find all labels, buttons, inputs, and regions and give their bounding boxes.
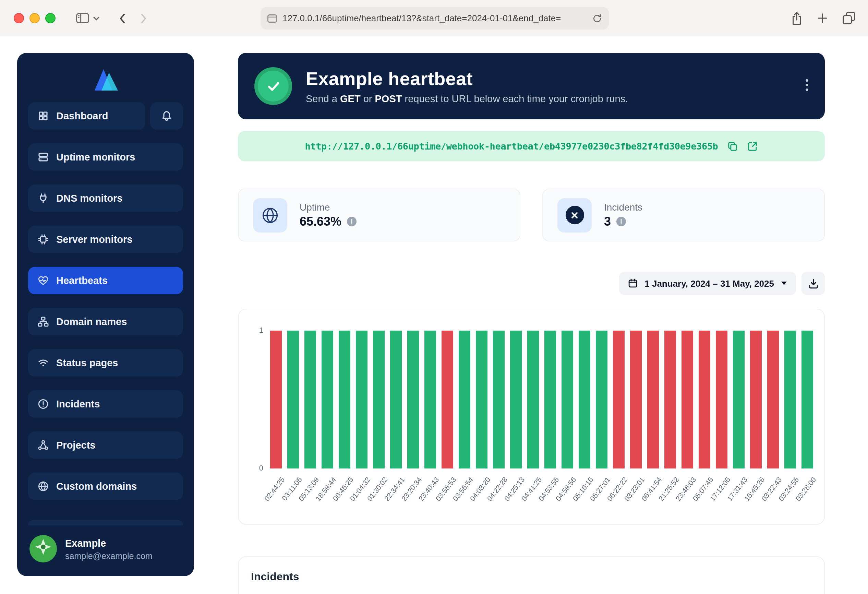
chart-bar[interactable]	[802, 331, 813, 468]
reload-icon[interactable]	[592, 13, 602, 23]
new-tab-icon[interactable]	[817, 13, 828, 23]
y-axis-tick: 0	[239, 464, 263, 472]
download-button[interactable]	[802, 272, 825, 295]
chart-bar[interactable]	[390, 331, 402, 468]
minimize-button[interactable]	[30, 13, 40, 23]
sidebar-item-domain-names[interactable]: Domain names	[28, 308, 183, 335]
download-icon	[808, 278, 818, 288]
chart-bar[interactable]	[459, 331, 470, 468]
app-logo[interactable]	[28, 62, 183, 95]
sidebar-item-status-pages[interactable]: Status pages	[28, 349, 183, 377]
chart-bar[interactable]	[561, 331, 573, 468]
chart-bar[interactable]	[613, 331, 624, 468]
chart-bar[interactable]	[510, 331, 522, 468]
chart-bar[interactable]	[373, 331, 385, 468]
chart-bar[interactable]	[356, 331, 368, 468]
globe-stat-icon	[253, 198, 287, 232]
chart-bar-column: 04:25:13	[510, 331, 522, 468]
back-button[interactable]	[119, 13, 125, 24]
kebab-menu-icon[interactable]	[803, 76, 811, 94]
chart-bar[interactable]	[407, 331, 419, 468]
sidebar-item-projects[interactable]: Projects	[28, 431, 183, 459]
url-text: 127.0.0.1/66uptime/heartbeat/13?&start_d…	[282, 13, 592, 23]
tab-overview-icon[interactable]	[843, 12, 856, 25]
sidebar-item-incidents[interactable]: Incidents	[28, 390, 183, 418]
chart-bar[interactable]	[493, 331, 505, 468]
external-link-icon[interactable]	[748, 141, 758, 151]
sidebar-item-dashboard[interactable]: Dashboard	[28, 102, 145, 130]
sidebar-item-uptime-monitors[interactable]: Uptime monitors	[28, 143, 183, 171]
chart-bar-column: 03:23:01	[630, 331, 642, 468]
sidebar-item-label: Dashboard	[56, 111, 108, 121]
date-range-picker[interactable]: 1 January, 2024 – 31 May, 2025	[619, 272, 796, 295]
info-icon[interactable]	[347, 217, 357, 226]
chart-bar-column: 04:59:56	[561, 331, 573, 468]
sidebar-toggle-icon[interactable]	[76, 13, 89, 23]
chart-bar[interactable]	[424, 331, 436, 468]
sidebar-item-label: Incidents	[56, 399, 100, 409]
chart-bar-column: 01:04:32	[356, 331, 368, 468]
chart-bar-column: 05:13:09	[304, 331, 316, 468]
chart-bar-column: 03:55:53	[441, 331, 453, 468]
chart-bar[interactable]	[339, 331, 350, 468]
profile-email: sample@example.com	[65, 551, 152, 561]
chart-bar[interactable]	[682, 331, 693, 468]
chart-bar-column: 15:45:26	[750, 331, 762, 468]
page-subtitle: Send a GET or POST request to URL below …	[306, 93, 628, 104]
chart-bar-column: 23:40:43	[424, 331, 436, 468]
date-controls: 1 January, 2024 – 31 May, 2025	[238, 272, 825, 295]
chart-bar-column: 22:34:41	[390, 331, 402, 468]
notifications-button[interactable]	[150, 102, 183, 130]
chart-bar-column: 06:41:54	[647, 331, 659, 468]
chart-bar[interactable]	[304, 331, 316, 468]
sidebar-item-partial[interactable]	[28, 520, 183, 525]
incidents-section-title: Incidents	[251, 571, 812, 583]
sidebar-item-label: Projects	[56, 440, 95, 451]
chart-bar[interactable]	[527, 331, 539, 468]
chart-bar[interactable]	[545, 331, 556, 468]
chart-bar[interactable]	[750, 331, 762, 468]
sidebar-item-server-monitors[interactable]: Server monitors	[28, 226, 183, 253]
chart-bar[interactable]	[287, 331, 299, 468]
bell-icon	[161, 111, 172, 121]
forward-button[interactable]	[140, 13, 148, 24]
copy-icon[interactable]	[728, 141, 738, 151]
uptime-stat-card: Uptime 65.63%	[238, 189, 520, 241]
close-button[interactable]	[14, 13, 24, 23]
chart-bar[interactable]	[579, 331, 590, 468]
traffic-lights	[14, 13, 56, 23]
chart-bar-column: 01:30:02	[373, 331, 385, 468]
chart-bar[interactable]	[596, 331, 607, 468]
sidebar-item-dns-monitors[interactable]: DNS monitors	[28, 185, 183, 212]
chart-bar[interactable]	[647, 331, 659, 468]
share-icon[interactable]	[791, 11, 802, 25]
chart-bar[interactable]	[630, 331, 642, 468]
webhook-url[interactable]: http://127.0.0.1/66uptime/webhook-heartb…	[305, 140, 718, 152]
chart-bar-column: 23:46:03	[682, 331, 693, 468]
chart-bar[interactable]	[270, 331, 282, 468]
chart-bar[interactable]	[322, 331, 333, 468]
chart-bar[interactable]	[767, 331, 779, 468]
chart-bar[interactable]	[441, 331, 453, 468]
zoom-button[interactable]	[45, 13, 56, 23]
uptime-value: 65.63%	[300, 214, 341, 229]
chart-bar-column: 23:20:34	[407, 331, 419, 468]
chart-bar[interactable]	[476, 331, 487, 468]
address-bar[interactable]: 127.0.0.1/66uptime/heartbeat/13?&start_d…	[261, 7, 609, 30]
chart-bar-column: 17:12:06	[716, 331, 728, 468]
chart-bar[interactable]	[716, 331, 728, 468]
info-icon[interactable]	[616, 217, 626, 226]
grid-icon	[38, 111, 49, 121]
status-up-icon	[254, 67, 292, 105]
sidebar-item-custom-domains[interactable]: Custom domains	[28, 473, 183, 500]
avatar	[30, 535, 57, 563]
chevron-down-icon[interactable]	[93, 16, 99, 20]
sidebar-item-heartbeats[interactable]: Heartbeats	[28, 267, 183, 294]
calendar-icon	[628, 278, 638, 288]
chart-bar[interactable]	[699, 331, 710, 468]
heartbeat-header-card: Example heartbeat Send a GET or POST req…	[238, 53, 825, 119]
chart-bar[interactable]	[664, 331, 676, 468]
profile-section[interactable]: Example sample@example.com	[28, 525, 183, 567]
chart-bar[interactable]	[733, 331, 745, 468]
chart-bar[interactable]	[784, 331, 796, 468]
